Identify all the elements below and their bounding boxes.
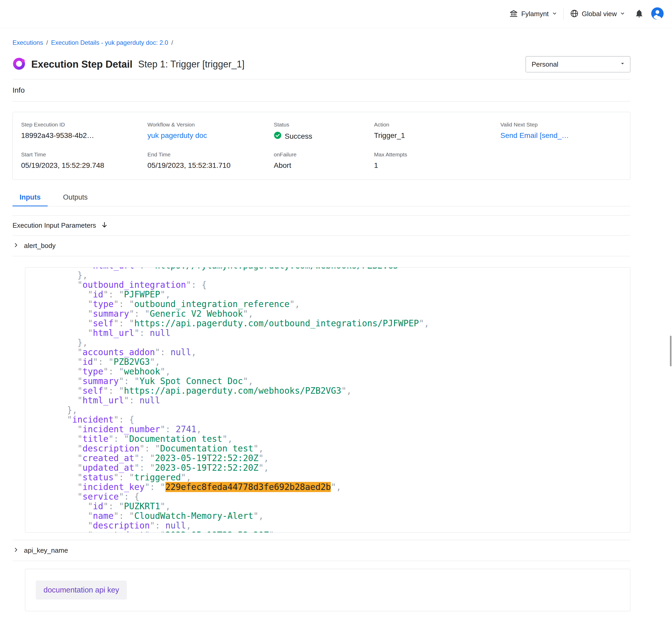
code-line: "id": "PUZKRT1", [36,501,630,511]
view-switcher[interactable]: Global view [567,9,628,19]
code-line: "html_url": "https://fylamynt.pagerduty.… [36,267,630,270]
chevron-down-icon [620,11,625,17]
code-line: "updated_at": "2023-05-19T22:52:20Z", [36,463,630,473]
code-line: "created_at": "2023-05-19T22:52:20Z", [36,453,630,463]
code-line: "self": "https://api.pagerduty.com/webho… [36,386,630,396]
org-name: Fylamynt [521,10,549,18]
success-check-icon [274,131,281,141]
code-line: "summary": "Generic V2 Webhook", [36,309,630,318]
execution-input-parameters-header: Execution Input Parameters [12,215,630,235]
breadcrumb-executions[interactable]: Executions [12,39,43,46]
field-value: Abort [274,161,374,170]
page-title: Execution Step Detail [31,59,133,70]
code-line: "outbound_integration": { [36,280,630,290]
bank-icon [509,9,518,19]
code-line: }, [36,338,630,347]
title-row: Execution Step Detail Step 1: Trigger [t… [12,56,630,72]
view-name: Global view [582,10,617,18]
globe-icon [570,9,579,19]
code-line: "description": "Documentation test", [36,444,630,453]
field-onfailure: onFailure Abort [274,151,374,170]
status-badge: Success [274,131,374,141]
page-subtitle: Step 1: Trigger [trigger_1] [138,59,245,70]
field-label: Status [274,121,374,128]
param-row-api-key-name[interactable]: api_key_name [12,540,630,561]
section-title: Execution Input Parameters [12,221,96,229]
field-label: Workflow & Version [148,121,274,128]
code-line: "id": "PJFWPEP", [36,290,630,299]
code-line: "incident_key": "229efec8feda44778d3fe69… [36,482,630,492]
code-content: "html_url": "https://fylamynt.pagerduty.… [25,267,630,533]
field-start-time: Start Time 05/19/2023, 15:52:29.748 [21,151,148,170]
field-end-time: End Time 05/19/2023, 15:52:31.710 [148,151,274,170]
field-max-attempts: Max Attempts 1 [374,151,500,170]
field-valid-next-step: Valid Next Step Send Email [send_… [500,121,622,141]
chevron-down-icon [552,11,557,17]
breadcrumb-separator: / [171,39,173,46]
code-line: "incident_number": 2741, [36,424,630,434]
info-section-title: Info [12,79,630,101]
code-line: "title": "Documentation test", [36,434,630,444]
code-line: "description": null, [36,521,630,530]
field-step-execution-id: Step Execution ID 18992a43-9538-4b2… [21,121,148,141]
status-text: Success [285,132,312,140]
param-name: alert_body [24,242,56,250]
topbar-divider [563,8,564,20]
field-action: Action Trigger_1 [374,121,500,141]
bell-icon [635,9,644,19]
chevron-right-icon [13,546,19,554]
field-value: Trigger_1 [374,131,500,140]
field-label: Valid Next Step [500,121,622,128]
info-card: Step Execution ID 18992a43-9538-4b2… Wor… [12,112,630,180]
field-value: 18992a43-9538-4b2… [21,131,148,140]
code-line: "service": { [36,492,630,501]
avatar-icon [651,7,664,21]
field-label: Max Attempts [374,151,500,158]
field-workflow-version: Workflow & Version yuk pagerduty doc [148,121,274,141]
code-line: "self": "https://api.pagerduty.com/outbo… [36,318,630,328]
next-step-link[interactable]: Send Email [send_… [500,131,622,140]
code-line: }, [36,270,630,280]
code-line: "accounts_addon": null, [36,347,630,357]
breadcrumb-execution-details[interactable]: Execution Details - yuk pagerduty doc: 2… [51,39,168,46]
arrow-down-icon[interactable] [101,221,108,229]
scope-select[interactable]: Personal [526,56,630,72]
tab-inputs[interactable]: Inputs [12,191,48,206]
caret-down-icon [619,60,626,69]
topbar: Fylamynt Global view [0,0,672,28]
notifications-button[interactable] [635,9,644,19]
field-value: 05/19/2023, 15:52:31.710 [148,161,274,170]
code-line: "summary": "Yuk Spot Connect Doc", [36,376,630,386]
workflow-link[interactable]: yuk pagerduty doc [148,131,274,140]
scrollbar-thumb[interactable] [670,336,671,367]
field-value: 05/19/2023, 15:52:29.748 [21,161,148,170]
field-label: Step Execution ID [21,121,148,128]
code-line: "id": "PZB2VG3", [36,357,630,367]
breadcrumb-separator: / [46,39,48,46]
code-line: "status": "triggered", [36,473,630,482]
code-line: "html_url": null [36,328,630,338]
account-button[interactable] [651,7,664,21]
chevron-right-icon [13,242,19,250]
alert-body-json-viewer[interactable]: "html_url": "https://fylamynt.pagerduty.… [25,267,630,533]
field-label: End Time [148,151,274,158]
code-line: "type": "outbound_integration_reference"… [36,299,630,309]
tab-bar: Inputs Outputs [12,191,630,206]
field-value: 1 [374,161,500,170]
api-key-chip[interactable]: documentation api key [36,581,127,600]
api-key-name-value-box: documentation api key [25,569,630,611]
tab-outputs[interactable]: Outputs [56,191,95,206]
breadcrumb: Executions / Execution Details - yuk pag… [12,28,630,46]
code-line: "html_url": null [36,396,630,405]
code-line: "name": "CloudWatch-Memory-Alert", [36,511,630,521]
execution-logo-icon [12,57,25,71]
field-label: Action [374,121,500,128]
field-label: Start Time [21,151,148,158]
org-switcher[interactable]: Fylamynt [507,9,560,19]
code-line: "type": "webhook", [36,367,630,376]
param-row-alert-body[interactable]: alert_body [12,235,630,256]
code-line: "created_at": "2023-05-19T22:52:20Z", [36,530,630,533]
field-label: onFailure [274,151,374,158]
code-line: }, [36,405,630,415]
scope-select-value: Personal [531,61,559,69]
